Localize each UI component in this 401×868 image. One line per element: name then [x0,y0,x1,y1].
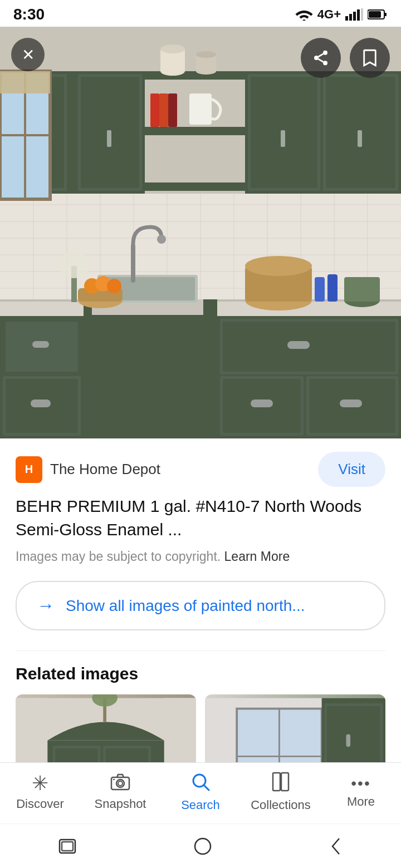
bookmark-button[interactable] [350,38,390,78]
show-all-text: Show all images of painted north... [66,597,305,615]
kitchen-image [0,27,401,438]
svg-point-113 [314,56,319,60]
learn-more-link[interactable]: Learn More [224,549,290,564]
copyright-text: Images may be subject to copyright. [16,549,221,564]
android-recent-button[interactable] [58,839,76,854]
nav-collections-label: Collections [251,798,311,812]
status-icons: 4G+ [295,7,388,22]
android-back-button[interactable] [329,836,343,856]
svg-point-114 [323,61,327,65]
svg-rect-86 [131,244,135,283]
svg-rect-1 [349,14,352,21]
svg-rect-136 [327,706,380,770]
product-title-text: BEHR PREMIUM 1 gal. #N410-7 North Woods … [16,497,361,539]
nav-search-label: Search [181,798,220,812]
wifi-icon [295,8,313,21]
nav-discover-label: Discover [16,797,64,811]
collections-icon [272,772,290,795]
content-area: H The Home Depot Visit BEHR PREMIUM 1 ga… [0,438,401,630]
share-icon [312,49,330,67]
svg-rect-57 [159,93,168,127]
svg-rect-6 [384,13,387,16]
svg-point-144 [118,781,123,786]
status-bar: 8:30 4G+ [0,0,401,27]
close-icon: ✕ [22,46,35,64]
svg-point-111 [58,251,90,278]
svg-rect-101 [315,277,325,302]
svg-rect-0 [345,16,348,21]
related-title: Related images [16,664,385,683]
svg-rect-65 [281,130,285,147]
show-all-arrow: → [37,595,55,616]
svg-rect-95 [287,341,310,349]
share-button[interactable] [301,38,341,78]
svg-line-115 [318,59,323,62]
svg-rect-104 [344,277,380,302]
nav-more-label: More [347,795,375,809]
network-indicator: 4G+ [317,7,341,22]
nav-snapshot-label: Snapshot [95,797,146,811]
svg-line-147 [204,785,209,790]
bottom-nav: ✳ Discover Snapshot Search [0,762,401,823]
svg-rect-56 [150,93,159,127]
svg-rect-79 [32,341,49,348]
svg-point-112 [323,51,327,55]
svg-rect-58 [168,93,177,127]
android-home-button[interactable] [193,837,212,856]
status-time: 8:30 [13,6,45,23]
product-title: BEHR PREMIUM 1 gal. #N410-7 North Woods … [16,495,385,541]
battery-icon [368,9,388,20]
svg-point-100 [245,256,312,276]
discover-icon: ✳ [32,773,48,793]
svg-line-116 [318,54,323,57]
svg-rect-2 [353,12,356,21]
source-name: The Home Depot [50,461,160,478]
more-icon: ••• [351,776,370,791]
search-icon [190,772,211,795]
svg-rect-48 [145,127,245,135]
nav-search[interactable]: Search [160,772,241,812]
svg-point-87 [157,235,166,244]
svg-rect-3 [357,9,360,21]
svg-rect-82 [86,316,214,438]
svg-point-152 [195,839,211,854]
svg-rect-139 [346,734,350,747]
show-all-button[interactable]: → Show all images of painted north... [16,581,385,630]
snapshot-icon [110,773,130,793]
svg-rect-49 [145,183,245,191]
close-button[interactable]: ✕ [11,38,45,71]
signal-icon [345,8,363,21]
svg-rect-149 [281,773,288,791]
svg-rect-102 [327,274,338,302]
logo-letter: H [25,463,33,476]
source-row: H The Home Depot Visit [16,452,385,487]
bookmark-icon [362,49,378,67]
nav-snapshot[interactable]: Snapshot [80,773,160,811]
nav-more[interactable]: ••• More [321,776,401,809]
section-divider [16,650,385,651]
android-nav [0,823,401,868]
svg-rect-97 [340,400,362,407]
svg-rect-80 [31,400,51,407]
nav-discover[interactable]: ✳ Discover [0,773,80,811]
svg-rect-96 [251,400,273,407]
svg-rect-66 [358,130,362,147]
svg-rect-148 [273,773,280,791]
nav-collections[interactable]: Collections [241,772,321,812]
svg-rect-151 [62,842,73,851]
svg-rect-46 [107,130,111,147]
svg-rect-7 [369,11,381,18]
svg-point-109 [107,279,121,293]
visit-button[interactable]: Visit [318,452,385,487]
source-logo: H [16,456,42,483]
image-top-controls: ✕ [11,38,390,78]
svg-rect-59 [189,93,212,125]
copyright-notice: Images may be subject to copyright. Lear… [16,549,385,564]
svg-rect-4 [361,8,363,21]
main-image-container: ✕ [0,27,401,438]
source-info: H The Home Depot [16,456,160,483]
